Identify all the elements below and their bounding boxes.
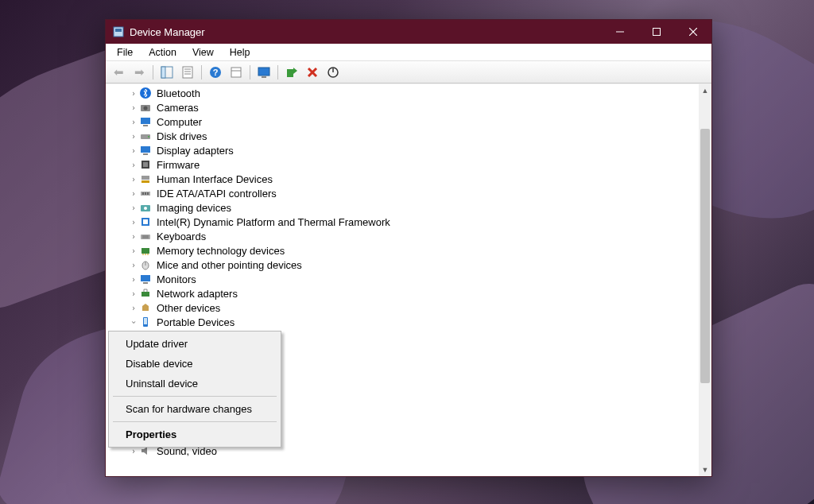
scroll-up-icon[interactable]: ▲ xyxy=(699,84,711,97)
expander-icon[interactable]: › xyxy=(128,161,139,169)
tree-node-disk-drives[interactable]: ›Disk drives xyxy=(112,129,699,143)
svg-rect-52 xyxy=(141,275,150,281)
expander-icon[interactable]: › xyxy=(128,132,139,141)
svg-rect-1 xyxy=(115,29,122,32)
arrow-right-icon: ➡ xyxy=(134,65,145,79)
scroll-down-icon[interactable]: ▼ xyxy=(699,463,711,476)
expander-icon[interactable]: › xyxy=(128,118,139,126)
computer-icon xyxy=(139,115,152,128)
expander-icon[interactable]: › xyxy=(128,246,139,255)
tree-node-intel-dptf[interactable]: ›Intel(R) Dynamic Platform and Thermal F… xyxy=(112,215,699,229)
scroll-thumb[interactable] xyxy=(700,129,710,383)
tree-node-monitors[interactable]: ›Monitors xyxy=(112,272,699,286)
menubar: File Action View Help xyxy=(106,44,711,61)
tree-panel-icon xyxy=(161,66,173,79)
svg-rect-54 xyxy=(141,292,149,297)
svg-rect-53 xyxy=(143,282,148,284)
tree-node-keyboards[interactable]: ›Keyboards xyxy=(112,229,699,243)
expander-icon[interactable]: › xyxy=(128,447,139,456)
back-button[interactable]: ⬅ xyxy=(109,64,128,81)
portable-icon xyxy=(139,316,152,328)
tree-node-ide[interactable]: ›IDE ATA/ATAPI controllers xyxy=(112,186,699,200)
ide-icon xyxy=(139,187,152,200)
maximize-button[interactable] xyxy=(638,20,675,44)
tree-node-computer[interactable]: ›Computer xyxy=(112,114,699,129)
svg-rect-7 xyxy=(161,67,165,78)
titlebar[interactable]: Device Manager xyxy=(106,20,711,44)
expander-icon[interactable]: › xyxy=(128,189,139,198)
show-hide-tree-button[interactable] xyxy=(157,64,176,81)
svg-rect-18 xyxy=(287,69,293,77)
memory-icon xyxy=(139,244,152,257)
svg-rect-32 xyxy=(143,162,148,167)
tree-node-portable[interactable]: ›Portable Devices xyxy=(112,315,699,329)
tree-node-other[interactable]: ›Other devices xyxy=(112,300,699,315)
action-button[interactable] xyxy=(227,64,246,81)
svg-rect-17 xyxy=(262,76,266,78)
disable-button[interactable] xyxy=(324,64,343,81)
expander-icon[interactable]: › xyxy=(128,304,139,312)
svg-rect-38 xyxy=(147,192,149,195)
menu-action[interactable]: Action xyxy=(141,45,184,60)
expander-icon[interactable]: › xyxy=(128,232,139,241)
help-button[interactable]: ? xyxy=(206,64,225,81)
svg-rect-29 xyxy=(141,146,150,153)
context-disable-device[interactable]: Disable device xyxy=(111,354,278,374)
menu-view[interactable]: View xyxy=(184,45,222,60)
context-properties[interactable]: Properties xyxy=(111,425,278,444)
svg-rect-37 xyxy=(145,192,146,195)
tree-node-network[interactable]: ›Network adapters xyxy=(112,286,699,300)
context-update-driver[interactable]: Update driver xyxy=(111,334,278,354)
context-scan-hardware[interactable]: Scan for hardware changes xyxy=(111,399,278,419)
svg-rect-8 xyxy=(183,67,192,78)
expander-icon[interactable]: › xyxy=(128,275,139,284)
tree-node-display-adapters[interactable]: ›Display adapters xyxy=(112,143,699,157)
minimize-button[interactable] xyxy=(602,20,638,44)
svg-rect-25 xyxy=(141,118,150,124)
update-driver-icon xyxy=(285,66,298,79)
tree-node-bluetooth[interactable]: ›Bluetooth xyxy=(112,86,699,100)
menu-file[interactable]: File xyxy=(109,45,141,60)
bluetooth-icon xyxy=(139,87,152,99)
forward-button[interactable]: ➡ xyxy=(130,64,149,81)
action-icon xyxy=(230,66,242,79)
svg-rect-36 xyxy=(142,192,144,195)
expander-icon[interactable]: › xyxy=(128,204,139,212)
expander-icon[interactable]: › xyxy=(130,316,138,328)
svg-rect-46 xyxy=(141,248,149,254)
tree-node-mice[interactable]: ›Mice and other pointing devices xyxy=(112,258,699,272)
help-icon: ? xyxy=(209,66,222,79)
menu-help[interactable]: Help xyxy=(222,45,258,60)
expander-icon[interactable]: › xyxy=(128,175,139,184)
expander-icon[interactable]: › xyxy=(128,261,139,269)
expander-icon[interactable]: › xyxy=(128,289,139,298)
svg-point-28 xyxy=(148,136,149,138)
tree-node-hid[interactable]: ›Human Interface Devices xyxy=(112,172,699,186)
expander-icon[interactable]: › xyxy=(128,146,139,155)
svg-rect-14 xyxy=(231,68,241,77)
expander-icon[interactable]: › xyxy=(128,103,139,112)
svg-rect-30 xyxy=(143,153,148,155)
vertical-scrollbar[interactable]: ▲ ▼ xyxy=(699,84,711,476)
context-menu: Update driver Disable device Uninstall d… xyxy=(108,331,281,448)
expander-icon[interactable]: › xyxy=(128,218,139,227)
svg-rect-16 xyxy=(258,68,269,76)
scan-hardware-button[interactable] xyxy=(254,64,273,81)
update-driver-button[interactable] xyxy=(282,64,301,81)
hid-icon xyxy=(139,173,152,185)
properties-button[interactable] xyxy=(178,64,197,81)
tree-node-firmware[interactable]: ›Firmware xyxy=(112,157,699,172)
context-uninstall-device[interactable]: Uninstall device xyxy=(111,374,278,394)
tree-node-cameras[interactable]: ›Cameras xyxy=(112,100,699,114)
toolbar-separator xyxy=(250,65,250,79)
expander-icon[interactable]: › xyxy=(128,89,139,98)
tree-node-memtech[interactable]: ›Memory technology devices xyxy=(112,243,699,258)
uninstall-button[interactable] xyxy=(303,64,322,81)
close-button[interactable] xyxy=(675,20,711,44)
svg-rect-26 xyxy=(143,125,148,126)
network-icon xyxy=(139,287,152,300)
svg-text:?: ? xyxy=(213,68,219,77)
scroll-track[interactable] xyxy=(699,97,711,463)
display-icon xyxy=(139,144,152,157)
tree-node-imaging[interactable]: ›Imaging devices xyxy=(112,200,699,215)
